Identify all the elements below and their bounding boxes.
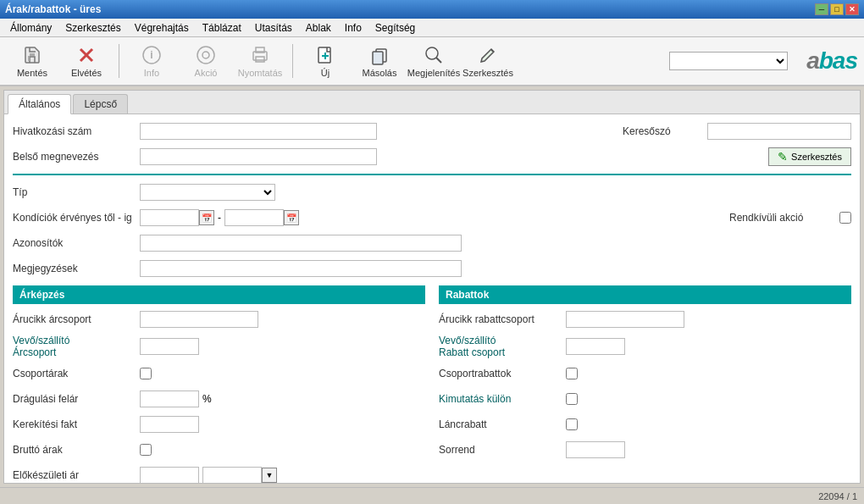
edit-icon: [478, 45, 498, 65]
close-button[interactable]: ✕: [845, 3, 859, 15]
search-area: [669, 52, 788, 70]
menu-vegrehajtás[interactable]: Végrehajtás: [128, 20, 196, 36]
calendar-to-button[interactable]: 📅: [284, 210, 299, 225]
svg-point-5: [202, 52, 209, 58]
tab-altalanos[interactable]: Általános: [8, 94, 71, 114]
sorrend-row: Sorrend: [439, 440, 851, 460]
view-button[interactable]: Megjelenítés: [408, 40, 459, 82]
copy-button[interactable]: Másolás: [354, 40, 405, 82]
dragulasi-felar-input[interactable]: [140, 390, 199, 407]
menu-segitseg[interactable]: Segítség: [368, 20, 422, 36]
csoportarak-label: Csoportárak: [13, 368, 140, 379]
menu-allomany[interactable]: Állomány: [3, 20, 58, 36]
kereso-szo-input[interactable]: [707, 123, 851, 140]
arucikk-arcsoport-input[interactable]: [140, 311, 258, 328]
kimutatas-kulon-checkbox[interactable]: [566, 393, 578, 405]
kondiciok-row: Kondíciók érvényes től - ig 📅 - 📅 Rendkí…: [13, 208, 851, 228]
copy-label: Másolás: [363, 68, 397, 78]
arucikk-rabattcsoport-label: Árucikk rabattcsoport: [439, 313, 566, 325]
action-button[interactable]: Akció: [180, 40, 231, 82]
kondiciok-from-input[interactable]: [140, 209, 199, 226]
rabattok-section: Rabattok Árucikk rabattcsoport Vevő/szál…: [439, 285, 851, 484]
arkepes-section: Árképzés Árucikk árcsoport Vevő/szállító…: [13, 285, 425, 484]
menu-utasitas[interactable]: Utasítás: [248, 20, 299, 36]
azonositok-input[interactable]: [140, 235, 462, 252]
lancrabatt-row: Láncrabatt: [439, 414, 851, 435]
rendkivuli-akcio-checkbox[interactable]: [839, 212, 851, 224]
tabs: Általános Lépcső: [4, 91, 860, 114]
kimutatas-kulon-label: Kimutatás külön: [439, 393, 566, 405]
edit-icon-small: ✎: [778, 150, 788, 163]
brutto-arak-checkbox[interactable]: [140, 444, 152, 456]
percent-label: %: [202, 393, 212, 405]
cancel-button[interactable]: Elvétés: [61, 40, 112, 82]
menu-info[interactable]: Info: [338, 20, 368, 36]
svg-text:i: i: [150, 49, 152, 61]
csoportrabattok-row: Csoportrabattok: [439, 363, 851, 384]
edit-button[interactable]: Szerkesztés: [462, 40, 513, 82]
arucikk-rabattcsoport-input[interactable]: [566, 311, 684, 328]
kerekitesi-fakt-input[interactable]: [140, 416, 199, 433]
belso-megnevezes-input[interactable]: [140, 148, 377, 165]
szerkesztes-button[interactable]: ✎ Szerkesztés: [768, 147, 851, 166]
megjegyzesek-input[interactable]: [140, 260, 462, 277]
vevo-szallito-rabattcsoport-input[interactable]: [566, 338, 625, 355]
save-label: Mentés: [17, 68, 47, 78]
hivatkozasi-szam-input[interactable]: [140, 123, 377, 140]
toolbar: Mentés Elvétés i Info Akció: [0, 37, 864, 86]
tip-label: Típ: [13, 186, 140, 198]
dragulasi-felar-row: Drágulási felár %: [13, 389, 425, 409]
kondiciok-sep: -: [218, 212, 221, 224]
elokeszuleti-ar-input1[interactable]: [140, 467, 199, 484]
menu-tablazat[interactable]: Táblázat: [196, 20, 248, 36]
csoportrabattok-checkbox[interactable]: [566, 368, 578, 379]
azonositok-row: Azonosítók: [13, 233, 851, 253]
menu-ablak[interactable]: Ablak: [299, 20, 338, 36]
minimize-button[interactable]: ─: [815, 3, 828, 15]
sorrend-input[interactable]: [566, 441, 625, 458]
menu-szerkesztes[interactable]: Szerkesztés: [58, 20, 127, 36]
vevo-szallito-arcsoport-input[interactable]: [140, 338, 199, 355]
search-icon: [424, 45, 444, 65]
kimutatas-kulon-row: Kimutatás külön: [439, 389, 851, 409]
csoportarak-row: Csoportárak: [13, 363, 425, 384]
search-dropdown[interactable]: [669, 52, 788, 70]
hivatkozasi-szam-row: Hivatkozási szám Keresőszó: [13, 121, 851, 141]
tip-select[interactable]: [140, 184, 275, 201]
csoportrabattok-label: Csoportrabattok: [439, 368, 566, 379]
tab-lepcso[interactable]: Lépcső: [73, 94, 128, 114]
window-controls: ─ □ ✕: [815, 3, 859, 15]
save-button[interactable]: Mentés: [7, 40, 58, 82]
kondiciok-to-input[interactable]: [224, 209, 284, 226]
tip-row: Típ: [13, 182, 851, 202]
new-button[interactable]: Új: [300, 40, 351, 82]
separator-1: [119, 44, 119, 78]
elokeszuleti-ar-row: Előkészületi ár ▼: [13, 465, 425, 484]
info-icon: i: [141, 45, 162, 65]
print-label: Nyomtatás: [238, 68, 283, 78]
lancrabatt-checkbox[interactable]: [566, 418, 578, 430]
csoportarak-checkbox[interactable]: [140, 368, 152, 379]
belso-megnevezes-label: Belső megnevezés: [13, 151, 140, 163]
svg-rect-8: [256, 57, 264, 62]
brutto-arak-row: Bruttó árak: [13, 440, 425, 460]
arucikk-rabattcsoport-row: Árucikk rabattcsoport: [439, 309, 851, 330]
lancrabatt-label: Láncrabatt: [439, 418, 566, 430]
vevo-szallito-rabattcsoport-row: Vevő/szállítóRabatt csoport: [439, 335, 851, 358]
edit-label: Szerkesztés: [462, 68, 513, 78]
maximize-button[interactable]: □: [830, 3, 844, 15]
separator-2: [292, 44, 293, 78]
svg-point-12: [426, 47, 438, 59]
info-button[interactable]: i Info: [126, 40, 177, 82]
print-button[interactable]: Nyomtatás: [235, 40, 285, 82]
main-area: Általános Lépcső Hivatkozási szám Kereső…: [3, 90, 861, 484]
cancel-icon: [76, 45, 97, 65]
elokeszuleti-dropdown-button[interactable]: ▼: [262, 468, 277, 483]
vevo-szallito-arcsoport-row: Vevő/szállítóÁrcsoport: [13, 335, 425, 358]
form-divider: [13, 174, 851, 175]
elokeszuleti-ar-input2[interactable]: [202, 467, 262, 484]
window-title: Árak/rabattok - üres: [5, 3, 101, 15]
calendar-from-button[interactable]: 📅: [199, 210, 214, 225]
new-icon: [315, 45, 335, 65]
megjegyzesek-label: Megjegyzések: [13, 263, 140, 274]
